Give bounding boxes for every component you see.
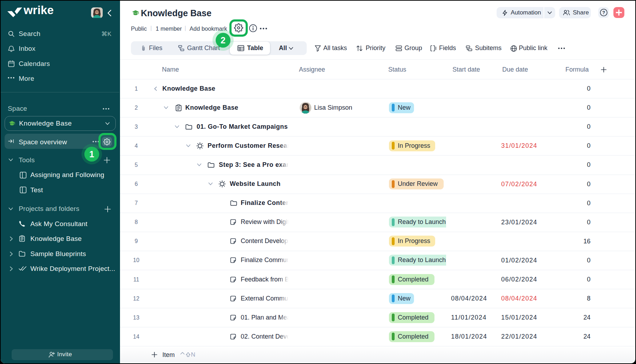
svg-text:?: ? [602,10,605,15]
